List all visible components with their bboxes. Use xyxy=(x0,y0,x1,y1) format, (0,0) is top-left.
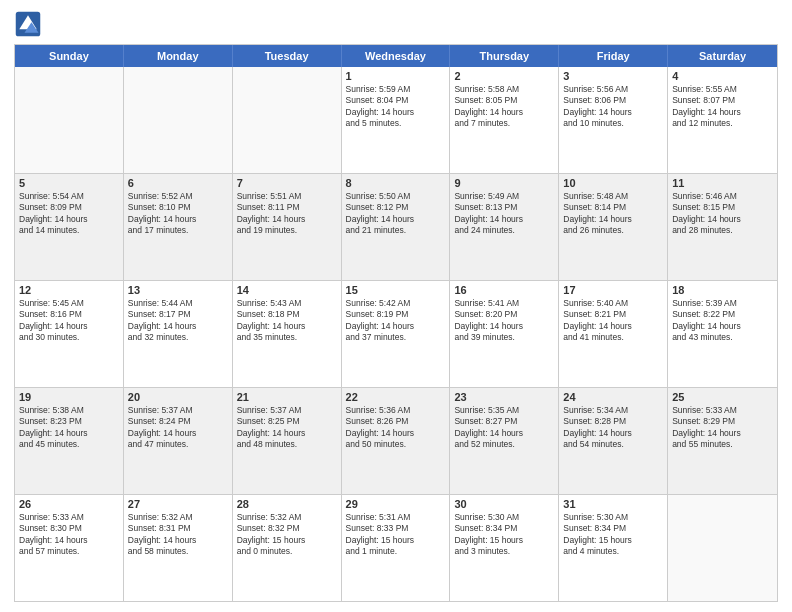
day-number: 29 xyxy=(346,498,446,510)
day-number: 13 xyxy=(128,284,228,296)
calendar-row-3: 12Sunrise: 5:45 AM Sunset: 8:16 PM Dayli… xyxy=(15,280,777,387)
day-number: 25 xyxy=(672,391,773,403)
calendar-cell: 26Sunrise: 5:33 AM Sunset: 8:30 PM Dayli… xyxy=(15,495,124,601)
day-number: 8 xyxy=(346,177,446,189)
calendar-cell: 19Sunrise: 5:38 AM Sunset: 8:23 PM Dayli… xyxy=(15,388,124,494)
logo xyxy=(14,10,46,38)
calendar-row-1: 1Sunrise: 5:59 AM Sunset: 8:04 PM Daylig… xyxy=(15,67,777,173)
calendar-cell: 2Sunrise: 5:58 AM Sunset: 8:05 PM Daylig… xyxy=(450,67,559,173)
day-number: 1 xyxy=(346,70,446,82)
calendar-cell: 29Sunrise: 5:31 AM Sunset: 8:33 PM Dayli… xyxy=(342,495,451,601)
header-day-wednesday: Wednesday xyxy=(342,45,451,67)
day-info: Sunrise: 5:41 AM Sunset: 8:20 PM Dayligh… xyxy=(454,298,554,344)
day-info: Sunrise: 5:52 AM Sunset: 8:10 PM Dayligh… xyxy=(128,191,228,237)
header-day-monday: Monday xyxy=(124,45,233,67)
calendar-row-4: 19Sunrise: 5:38 AM Sunset: 8:23 PM Dayli… xyxy=(15,387,777,494)
day-number: 2 xyxy=(454,70,554,82)
calendar-cell: 24Sunrise: 5:34 AM Sunset: 8:28 PM Dayli… xyxy=(559,388,668,494)
calendar-header: SundayMondayTuesdayWednesdayThursdayFrid… xyxy=(15,45,777,67)
day-number: 19 xyxy=(19,391,119,403)
day-info: Sunrise: 5:32 AM Sunset: 8:31 PM Dayligh… xyxy=(128,512,228,558)
calendar-cell xyxy=(233,67,342,173)
header-day-thursday: Thursday xyxy=(450,45,559,67)
calendar-cell: 14Sunrise: 5:43 AM Sunset: 8:18 PM Dayli… xyxy=(233,281,342,387)
day-info: Sunrise: 5:37 AM Sunset: 8:25 PM Dayligh… xyxy=(237,405,337,451)
day-number: 4 xyxy=(672,70,773,82)
day-info: Sunrise: 5:48 AM Sunset: 8:14 PM Dayligh… xyxy=(563,191,663,237)
day-info: Sunrise: 5:30 AM Sunset: 8:34 PM Dayligh… xyxy=(563,512,663,558)
day-info: Sunrise: 5:44 AM Sunset: 8:17 PM Dayligh… xyxy=(128,298,228,344)
day-number: 21 xyxy=(237,391,337,403)
calendar-cell: 31Sunrise: 5:30 AM Sunset: 8:34 PM Dayli… xyxy=(559,495,668,601)
calendar-cell: 4Sunrise: 5:55 AM Sunset: 8:07 PM Daylig… xyxy=(668,67,777,173)
calendar-cell: 8Sunrise: 5:50 AM Sunset: 8:12 PM Daylig… xyxy=(342,174,451,280)
calendar-cell: 17Sunrise: 5:40 AM Sunset: 8:21 PM Dayli… xyxy=(559,281,668,387)
calendar-cell: 23Sunrise: 5:35 AM Sunset: 8:27 PM Dayli… xyxy=(450,388,559,494)
day-info: Sunrise: 5:33 AM Sunset: 8:29 PM Dayligh… xyxy=(672,405,773,451)
calendar-cell: 3Sunrise: 5:56 AM Sunset: 8:06 PM Daylig… xyxy=(559,67,668,173)
day-info: Sunrise: 5:45 AM Sunset: 8:16 PM Dayligh… xyxy=(19,298,119,344)
day-info: Sunrise: 5:31 AM Sunset: 8:33 PM Dayligh… xyxy=(346,512,446,558)
header xyxy=(14,10,778,38)
day-number: 9 xyxy=(454,177,554,189)
calendar-cell: 15Sunrise: 5:42 AM Sunset: 8:19 PM Dayli… xyxy=(342,281,451,387)
day-info: Sunrise: 5:40 AM Sunset: 8:21 PM Dayligh… xyxy=(563,298,663,344)
day-info: Sunrise: 5:34 AM Sunset: 8:28 PM Dayligh… xyxy=(563,405,663,451)
page: SundayMondayTuesdayWednesdayThursdayFrid… xyxy=(0,0,792,612)
calendar-row-5: 26Sunrise: 5:33 AM Sunset: 8:30 PM Dayli… xyxy=(15,494,777,601)
calendar-cell: 18Sunrise: 5:39 AM Sunset: 8:22 PM Dayli… xyxy=(668,281,777,387)
calendar-cell: 13Sunrise: 5:44 AM Sunset: 8:17 PM Dayli… xyxy=(124,281,233,387)
calendar-cell: 30Sunrise: 5:30 AM Sunset: 8:34 PM Dayli… xyxy=(450,495,559,601)
day-number: 26 xyxy=(19,498,119,510)
day-number: 27 xyxy=(128,498,228,510)
day-info: Sunrise: 5:35 AM Sunset: 8:27 PM Dayligh… xyxy=(454,405,554,451)
day-info: Sunrise: 5:46 AM Sunset: 8:15 PM Dayligh… xyxy=(672,191,773,237)
day-info: Sunrise: 5:50 AM Sunset: 8:12 PM Dayligh… xyxy=(346,191,446,237)
day-info: Sunrise: 5:59 AM Sunset: 8:04 PM Dayligh… xyxy=(346,84,446,130)
calendar-cell xyxy=(668,495,777,601)
day-info: Sunrise: 5:51 AM Sunset: 8:11 PM Dayligh… xyxy=(237,191,337,237)
day-info: Sunrise: 5:49 AM Sunset: 8:13 PM Dayligh… xyxy=(454,191,554,237)
day-number: 18 xyxy=(672,284,773,296)
calendar-cell: 7Sunrise: 5:51 AM Sunset: 8:11 PM Daylig… xyxy=(233,174,342,280)
calendar-cell: 6Sunrise: 5:52 AM Sunset: 8:10 PM Daylig… xyxy=(124,174,233,280)
calendar-cell: 21Sunrise: 5:37 AM Sunset: 8:25 PM Dayli… xyxy=(233,388,342,494)
day-number: 16 xyxy=(454,284,554,296)
day-info: Sunrise: 5:42 AM Sunset: 8:19 PM Dayligh… xyxy=(346,298,446,344)
day-number: 23 xyxy=(454,391,554,403)
day-number: 30 xyxy=(454,498,554,510)
day-number: 6 xyxy=(128,177,228,189)
calendar-cell: 11Sunrise: 5:46 AM Sunset: 8:15 PM Dayli… xyxy=(668,174,777,280)
calendar-cell: 16Sunrise: 5:41 AM Sunset: 8:20 PM Dayli… xyxy=(450,281,559,387)
calendar-cell: 1Sunrise: 5:59 AM Sunset: 8:04 PM Daylig… xyxy=(342,67,451,173)
calendar-cell: 28Sunrise: 5:32 AM Sunset: 8:32 PM Dayli… xyxy=(233,495,342,601)
day-info: Sunrise: 5:54 AM Sunset: 8:09 PM Dayligh… xyxy=(19,191,119,237)
day-number: 31 xyxy=(563,498,663,510)
day-info: Sunrise: 5:37 AM Sunset: 8:24 PM Dayligh… xyxy=(128,405,228,451)
day-info: Sunrise: 5:38 AM Sunset: 8:23 PM Dayligh… xyxy=(19,405,119,451)
header-day-tuesday: Tuesday xyxy=(233,45,342,67)
day-number: 15 xyxy=(346,284,446,296)
day-info: Sunrise: 5:39 AM Sunset: 8:22 PM Dayligh… xyxy=(672,298,773,344)
calendar-row-2: 5Sunrise: 5:54 AM Sunset: 8:09 PM Daylig… xyxy=(15,173,777,280)
calendar-cell: 27Sunrise: 5:32 AM Sunset: 8:31 PM Dayli… xyxy=(124,495,233,601)
day-info: Sunrise: 5:33 AM Sunset: 8:30 PM Dayligh… xyxy=(19,512,119,558)
calendar-cell: 22Sunrise: 5:36 AM Sunset: 8:26 PM Dayli… xyxy=(342,388,451,494)
header-day-friday: Friday xyxy=(559,45,668,67)
calendar: SundayMondayTuesdayWednesdayThursdayFrid… xyxy=(14,44,778,602)
calendar-cell: 20Sunrise: 5:37 AM Sunset: 8:24 PM Dayli… xyxy=(124,388,233,494)
day-number: 5 xyxy=(19,177,119,189)
day-number: 10 xyxy=(563,177,663,189)
logo-icon xyxy=(14,10,42,38)
day-info: Sunrise: 5:32 AM Sunset: 8:32 PM Dayligh… xyxy=(237,512,337,558)
day-info: Sunrise: 5:55 AM Sunset: 8:07 PM Dayligh… xyxy=(672,84,773,130)
day-number: 20 xyxy=(128,391,228,403)
header-day-sunday: Sunday xyxy=(15,45,124,67)
day-number: 3 xyxy=(563,70,663,82)
calendar-cell: 9Sunrise: 5:49 AM Sunset: 8:13 PM Daylig… xyxy=(450,174,559,280)
day-number: 22 xyxy=(346,391,446,403)
calendar-body: 1Sunrise: 5:59 AM Sunset: 8:04 PM Daylig… xyxy=(15,67,777,601)
day-info: Sunrise: 5:30 AM Sunset: 8:34 PM Dayligh… xyxy=(454,512,554,558)
day-number: 24 xyxy=(563,391,663,403)
day-info: Sunrise: 5:58 AM Sunset: 8:05 PM Dayligh… xyxy=(454,84,554,130)
